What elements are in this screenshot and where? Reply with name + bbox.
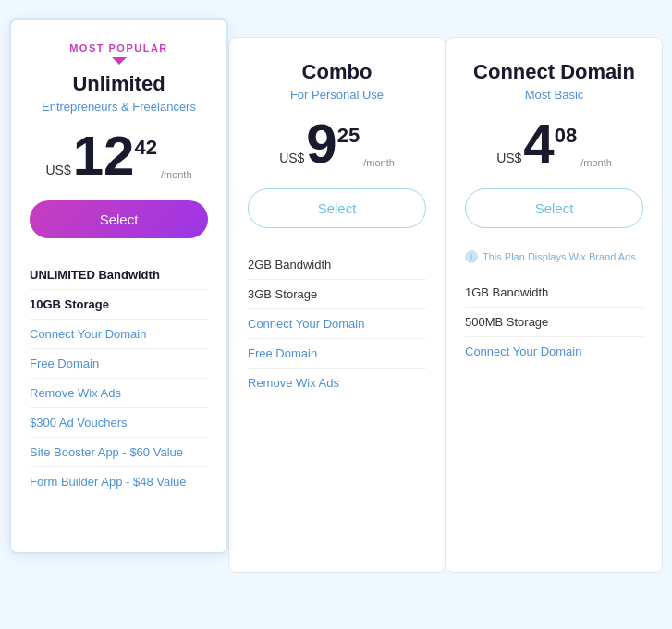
feature-item: Connect Your Domain [248,309,426,339]
price-currency: US$ [496,151,521,165]
price-currency: US$ [279,151,304,165]
plan-card-unlimited: MOST POPULARUnlimitedEntrepreneurs & Fre… [9,18,228,554]
price-main: 12 [73,128,135,184]
plan-subtitle: Entrepreneurs & Freelancers [30,100,208,114]
plan-name: Connect Domain [465,60,643,84]
feature-item: 1GB Bandwidth [465,278,643,308]
select-button-combo[interactable]: Select [248,188,426,228]
most-popular-badge: MOST POPULAR [30,42,208,65]
price-decimal: 08 [555,124,577,148]
price-main: 9 [306,116,336,172]
feature-item: Form Builder App - $48 Value [30,467,208,496]
plan-name: Combo [248,60,426,84]
feature-item: 10GB Storage [30,290,208,320]
feature-item: Free Domain [248,339,426,369]
price-period: /month [580,157,612,168]
feature-item: 500MB Storage [465,308,643,337]
pricing-container: MOST POPULARUnlimitedEntrepreneurs & Fre… [9,18,663,591]
feature-item: Site Booster App - $60 Value [30,438,208,467]
feature-item: Remove Wix Ads [30,379,208,408]
feature-item: Connect Your Domain [30,320,208,349]
feature-item: Connect Your Domain [465,337,643,366]
price-row: US$ 12 42 /month [30,128,208,184]
features-list-combo: 2GB Bandwidth3GB StorageConnect Your Dom… [248,250,426,397]
feature-item: Remove Wix Ads [248,369,426,397]
price-period: /month [161,169,192,180]
price-row: US$ 9 25 /month [248,116,426,172]
feature-item: 2GB Bandwidth [248,250,426,280]
feature-item: Free Domain [30,349,208,379]
price-main: 4 [523,116,554,172]
feature-item: $300 Ad Vouchers [30,408,208,438]
info-icon: i [465,250,478,263]
plan-card-combo: ComboFor Personal Use US$ 9 25 /month Se… [228,37,446,573]
brand-ads-notice: i This Plan Displays Wix Brand Ads [465,250,643,263]
features-list-connect-domain: 1GB Bandwidth500MB StorageConnect Your D… [465,278,643,366]
select-button-connect-domain[interactable]: Select [465,188,643,228]
brand-ads-text: This Plan Displays Wix Brand Ads [483,251,636,262]
feature-item: 3GB Storage [248,280,426,309]
price-currency: US$ [45,163,70,177]
features-list-unlimited: UNLIMITED Bandwidth10GB StorageConnect Y… [30,260,208,496]
select-button-unlimited[interactable]: Select [30,200,208,238]
plan-subtitle: Most Basic [465,88,643,102]
feature-item: UNLIMITED Bandwidth [30,260,208,290]
plan-subtitle: For Personal Use [248,88,426,102]
price-decimal: 25 [337,124,360,148]
plan-card-connect-domain: Connect DomainMost Basic US$ 4 08 /month… [446,37,663,573]
price-decimal: 42 [134,136,156,160]
plan-name: Unlimited [30,72,208,96]
price-period: /month [363,157,395,168]
price-row: US$ 4 08 /month [465,116,643,172]
